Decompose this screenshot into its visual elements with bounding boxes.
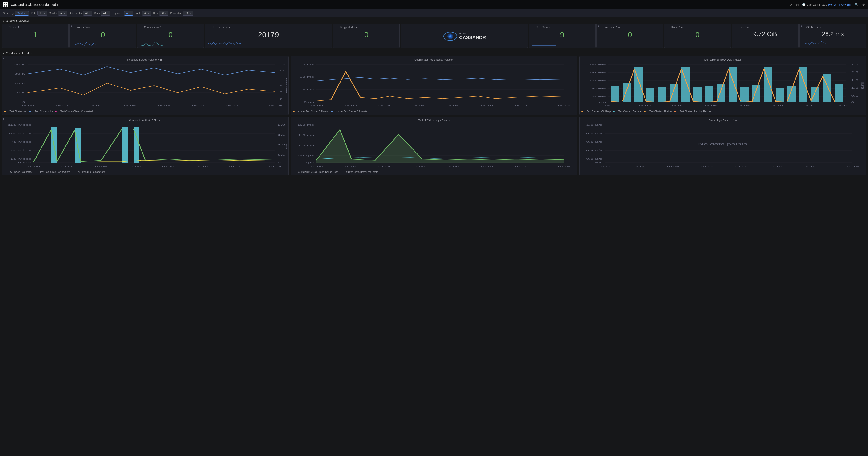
svg-rect-75 [740, 87, 749, 102]
streaming-legend [581, 170, 864, 171]
legend-color [293, 172, 294, 172]
legend-color [613, 111, 615, 112]
legend-item: — Test Cluster:Clients Connected [55, 110, 93, 113]
svg-text:1.5: 1.5 [851, 79, 858, 82]
legend-label: — Test Cluster : On Heap [615, 110, 642, 113]
keyspace-button[interactable]: All ▾ [124, 11, 133, 16]
coordinator-latency-title: Coordinator P99 Latency / Cluster [293, 58, 575, 61]
svg-text:0 μs: 0 μs [304, 101, 314, 104]
svg-text:16:12: 16:12 [803, 105, 816, 107]
svg-text:CASSANDRA: CASSANDRA [459, 35, 486, 40]
legend-label: — Test Cluster:write [32, 110, 53, 113]
svg-text:16:10: 16:10 [194, 165, 208, 168]
percentile-button[interactable]: P99 ▾ [183, 11, 193, 16]
timeouts-value: 0 [599, 29, 660, 40]
app-title-dropdown[interactable]: ▾ [57, 3, 58, 7]
legend-color [4, 172, 6, 172]
svg-text:100 Mbps: 100 Mbps [8, 132, 31, 135]
compactions-value: 0 [140, 29, 200, 40]
condensed-metrics-chevron[interactable]: ▾ [3, 52, 4, 55]
cluster-overview-header: ▾ Cluster Overview [0, 17, 868, 24]
rate-button[interactable]: 1m ▾ [37, 11, 47, 16]
legend-label: — Test Cluster : Pending Flushes [677, 110, 711, 113]
cql-clients-sparkline [532, 41, 556, 47]
cql-clients-info-icon: ℹ [531, 25, 531, 28]
refresh-label[interactable]: Refresh every 1m [828, 3, 850, 6]
search-icon[interactable]: 🔍 [854, 3, 858, 7]
rate-arrow-icon: ▾ [44, 12, 45, 15]
legend-color [581, 111, 583, 112]
svg-text:16:00: 16:00 [604, 105, 617, 107]
host-filter: Host All ▾ [153, 11, 168, 16]
nodes-up-label: Nodes Up [9, 26, 65, 29]
table-button[interactable]: All ▾ [142, 11, 151, 16]
legend-label: — Test Cluster : Flushes [646, 110, 672, 113]
cluster-arrow-icon: ▾ [64, 12, 65, 15]
gc-time-value: 28.2 ms [803, 29, 863, 39]
cluster-overview-chevron[interactable]: ▾ [3, 19, 4, 23]
cluster-button[interactable]: All ▾ [58, 11, 67, 16]
table-value: All [144, 12, 147, 15]
group-by-button[interactable]: Cluster ▾ [14, 11, 29, 16]
legend-item: — cluster:Test Cluster Local Range Scan [293, 171, 338, 173]
nodes-up-tile: ℹ Nodes Up 1 [2, 24, 68, 48]
topbar-actions: ↗ ⎘ 🕐 Last 15 minutes Refresh every 1m 🔍… [790, 3, 865, 7]
svg-text:16:08: 16:08 [737, 105, 750, 107]
cql-clients-tile: ℹ CQL Clients 9 [529, 24, 595, 48]
legend-color [55, 111, 57, 112]
datacenter-label: DataCenter [69, 12, 82, 15]
nodes-down-tile: ℹ Nodes Down 0 [69, 24, 136, 48]
keyspace-label: Keyspace [112, 12, 123, 15]
legend-color [293, 111, 294, 112]
svg-text:16:12: 16:12 [228, 165, 241, 168]
svg-text:191 MiB: 191 MiB [589, 72, 606, 74]
svg-rect-64 [611, 86, 619, 102]
svg-text:6: 6 [280, 105, 283, 108]
streaming-info: ℹ [581, 118, 581, 120]
svg-text:8: 8 [280, 91, 283, 94]
svg-text:0.4 B/s: 0.4 B/s [586, 149, 602, 152]
dropped-messages-tile: ℹ Dropped Messa... 0 [333, 24, 400, 48]
legend-color [72, 172, 74, 172]
legend-label: — cluster:Test Cluster Local Range Scan [295, 171, 338, 173]
cassandra-logo-svg: Apache CASSANDRA [443, 29, 486, 44]
datacenter-value: All [85, 12, 88, 15]
svg-text:16:10: 16:10 [768, 165, 782, 168]
host-button[interactable]: All ▾ [159, 11, 168, 16]
datacenter-button[interactable]: All ▾ [83, 11, 92, 16]
nodes-down-label: Nodes Down [76, 26, 133, 29]
tv-icon[interactable]: ⎘ [797, 3, 798, 7]
legend-label: — cluster:Test Cluster Local Write [343, 171, 378, 173]
filterbar: Group By Cluster ▾ Rate 1m ▾ Cluster All… [0, 9, 868, 17]
svg-rect-79 [787, 86, 796, 102]
memtable-info: ℹ [581, 57, 581, 60]
svg-text:16:12: 16:12 [514, 105, 527, 107]
coordinator-latency-info: ℹ [292, 57, 293, 60]
svg-text:16:00: 16:00 [598, 165, 612, 168]
legend-color [4, 111, 6, 112]
svg-text:16:06: 16:06 [411, 165, 425, 168]
legend-item: — Test Cluster:write [29, 110, 53, 113]
svg-text:0.5: 0.5 [278, 154, 285, 156]
legend-color [674, 111, 676, 112]
cql-requests-info-icon: ℹ [207, 25, 208, 28]
coordinator-latency-legend: — cluster:Test Cluster 0.99 read — clust… [293, 109, 575, 113]
requests-served-title: Requests Served / Cluster / 1m [4, 58, 287, 61]
settings-icon[interactable]: ⚙ [862, 3, 865, 7]
compactions-chart-info: ℹ [3, 118, 4, 120]
svg-text:16:06: 16:06 [127, 165, 141, 168]
rack-button[interactable]: All ▾ [101, 11, 110, 16]
svg-text:16:12: 16:12 [803, 165, 816, 168]
svg-text:9: 9 [280, 84, 283, 87]
table-latency-title: Table P99 Latency / Cluster [293, 119, 575, 122]
share-icon[interactable]: ↗ [790, 3, 793, 7]
table-latency-chart: 2.0 ms 1.5 ms 1.0 ms 500 μs 0 μs 16:00 1… [293, 123, 575, 170]
stat-tiles: ℹ Nodes Up 1 ℹ Nodes Down 0 ℹ Compaction… [0, 24, 868, 50]
svg-text:0.6 B/s: 0.6 B/s [586, 141, 602, 143]
compactions-chart-title: Compactions All.All / Cluster [4, 119, 287, 122]
rack-arrow-icon: ▾ [107, 12, 108, 15]
hints-info-icon: ℹ [666, 25, 666, 28]
datacenter-filter: DataCenter All ▾ [69, 11, 92, 16]
svg-text:16:02: 16:02 [638, 105, 651, 107]
timeouts-tile: ℹ Timeouts / 1m 0 [596, 24, 663, 48]
